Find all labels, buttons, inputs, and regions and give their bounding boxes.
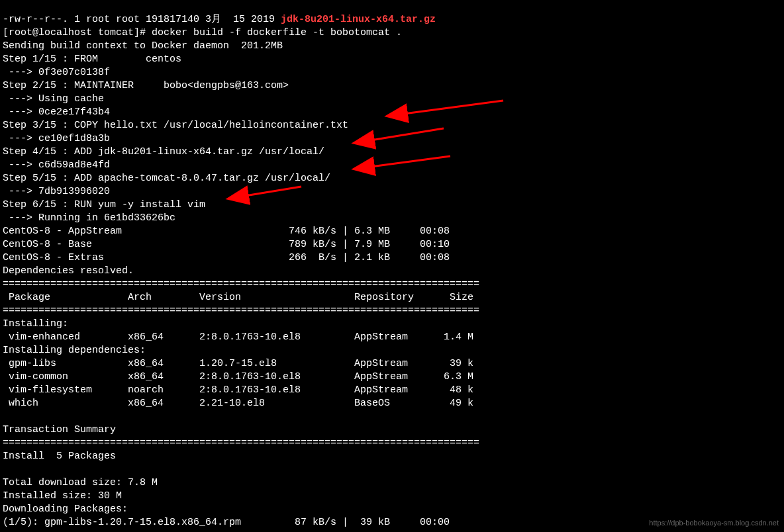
footer-line: Total download size: 7.8 M	[3, 477, 158, 488]
build-line: ---> Using cache	[3, 93, 104, 105]
table-divider: ========================================…	[3, 305, 479, 316]
build-line: Step 2/15 : MAINTAINER bobo<dengpbs@163.…	[3, 80, 289, 91]
build-line: ---> 0ce2e17f43b4	[3, 107, 110, 118]
blank-line	[3, 411, 9, 422]
table-divider: ========================================…	[3, 279, 479, 290]
table-row: vim-filesystem noarch 2:8.0.1763-10.el8 …	[3, 384, 473, 396]
build-line-step4: Step 4/15 : ADD jdk-8u201-linux-x64.tar.…	[3, 146, 324, 157]
build-line-step6: Step 6/15 : RUN yum -y install vim	[3, 199, 205, 210]
build-line: Dependencies resolved.	[3, 265, 134, 277]
build-line: ---> 0f3e07c0138f	[3, 67, 110, 78]
table-row: which x86_64 2.21-10.el8 BaseOS 49 k	[3, 398, 473, 409]
build-line: ---> c6d59ad8e4fd	[3, 159, 110, 171]
build-line: ---> Running in 6e1bd33626bc	[3, 212, 175, 224]
summary-header: Transaction Summary	[3, 424, 116, 435]
footer-line: Installed size: 30 M	[3, 490, 122, 502]
ls-perms: -rw-r--r--. 1 root root 191817140 3月 15 …	[3, 14, 281, 25]
ls-line: -rw-r--r--. 1 root root 191817140 3月 15 …	[3, 14, 436, 25]
footer-line: (1/5): gpm-libs-1.20.7-15.el8.x86_64.rpm…	[3, 517, 473, 528]
build-line: CentOS-8 - Extras 266 B/s | 2.1 kB 00:08	[3, 252, 473, 263]
build-line: CentOS-8 - Base 789 kB/s | 7.9 MB 00:10	[3, 239, 473, 250]
build-line: Step 1/15 : FROM centos	[3, 54, 181, 65]
table-row: vim-common x86_64 2:8.0.1763-10.el8 AppS…	[3, 371, 473, 382]
build-line: ---> 7db913996020	[3, 186, 110, 197]
summary-line: Install 5 Packages	[3, 451, 116, 462]
footer-line: Downloading Packages:	[3, 504, 128, 515]
ls-filename: jdk-8u201-linux-x64.tar.gz	[281, 14, 436, 25]
build-line: CentOS-8 - AppStream 746 kB/s | 6.3 MB 0…	[3, 226, 473, 237]
build-line-step3: Step 3/15 : COPY hello.txt /usr/local/he…	[3, 120, 348, 131]
build-line: ---> ce10ef1d8a3b	[3, 133, 110, 144]
installing-header: Installing:	[3, 318, 68, 330]
deps-header: Installing dependencies:	[3, 345, 146, 356]
watermark: https://dpb-bobokaoya-sm.blog.csdn.net	[649, 516, 779, 529]
build-line-step5: Step 5/15 : ADD apache-tomcat-8.0.47.tar…	[3, 173, 330, 184]
table-row: vim-enhanced x86_64 2:8.0.1763-10.el8 Ap…	[3, 332, 473, 343]
table-header: Package Arch Version Repository Size	[3, 292, 473, 303]
table-row: gpm-libs x86_64 1.20.7-15.el8 AppStream …	[3, 358, 473, 369]
terminal-output: -rw-r--r--. 1 root root 191817140 3月 15 …	[0, 0, 784, 529]
prompt-line[interactable]: [root@localhost tomcat]# docker build -f…	[3, 27, 402, 38]
build-line: Sending build context to Docker daemon 2…	[3, 40, 283, 52]
table-divider: ========================================…	[3, 437, 479, 449]
